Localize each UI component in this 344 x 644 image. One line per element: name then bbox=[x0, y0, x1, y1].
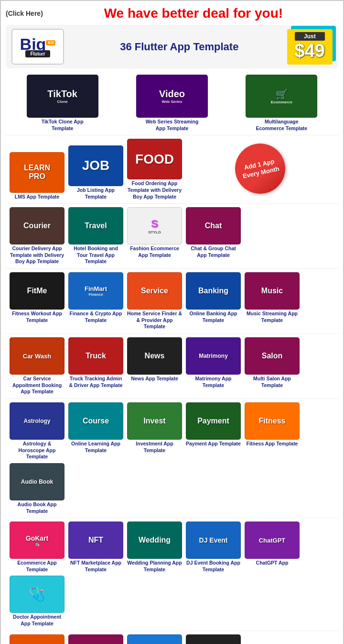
template-fitness[interactable]: FitMe Fitness Workout App Template bbox=[10, 272, 64, 330]
logo-big: Big bbox=[20, 36, 46, 52]
courier-label: Courier Delivery App Template with Deliv… bbox=[10, 245, 64, 265]
template-music[interactable]: Music Music Streaming App Template bbox=[245, 272, 300, 330]
add-badge-cell: Add 1 App Every Month bbox=[184, 144, 336, 201]
news-label: News App Template bbox=[131, 376, 178, 382]
salon-thumb: Salon bbox=[245, 337, 300, 375]
template-gokart[interactable]: GoKart 🛍️ Ecommerce App Template bbox=[10, 522, 64, 573]
fashion-label: Fashion Ecommerce App Template bbox=[127, 245, 182, 258]
music-thumb: Music bbox=[245, 272, 300, 310]
template-video[interactable]: Video Web Series Web Series Streaming Ap… bbox=[136, 75, 208, 132]
audiobook-thumb: Audio Book bbox=[10, 463, 64, 500]
hotel-label: Hotel Booking and Tour Travel App Templa… bbox=[68, 245, 123, 265]
template-astrology[interactable]: Astrology Astrology & Horoscope App Temp… bbox=[10, 402, 64, 460]
astrology-thumb: Astrology bbox=[10, 402, 64, 440]
template-truck[interactable]: Truck Truck Tracking Admin & Driver App … bbox=[68, 337, 123, 395]
row8: Parking Spot Parking Spot App Template M… bbox=[6, 633, 338, 644]
template-job[interactable]: JOB Job Listing App Template bbox=[68, 145, 123, 200]
price-amount: $49 bbox=[295, 42, 325, 60]
row3: Courier Courier Delivery App Template wi… bbox=[6, 206, 338, 266]
videostream-thumb: Video Streaming bbox=[186, 634, 241, 644]
djevent-thumb: DJ Event bbox=[186, 522, 241, 559]
bigkit-logo: Big Kit Flutter bbox=[11, 29, 64, 65]
template-tiktok[interactable]: TikTok Clone TikTok Clone App Template bbox=[27, 75, 98, 132]
doctor-label: Doctor Appointment App Template bbox=[10, 614, 64, 627]
job-thumb: JOB bbox=[68, 145, 123, 186]
tiktok-label: TikTok Clone App Template bbox=[35, 119, 90, 132]
truck-label: Truck Tracking Admin & Driver App Templa… bbox=[68, 376, 123, 389]
template-djevent[interactable]: DJ Event DJ Event Booking App Template bbox=[186, 522, 241, 573]
food-thumb: FOOD bbox=[127, 139, 182, 179]
lms-label: LMS App Template bbox=[15, 194, 59, 200]
template-hotel[interactable]: Travel Hotel Booking and Tour Travel App… bbox=[68, 207, 123, 265]
finance-thumb: FinMart Finance bbox=[68, 272, 123, 310]
template-lms[interactable]: LEARN PRO LMS App Template bbox=[10, 152, 64, 200]
template-smarthome[interactable]: Smart Home Smart Home App Template bbox=[127, 634, 182, 644]
header-row: (Click Here) We have better deal for you… bbox=[6, 6, 338, 21]
matrimony-thumb: Matrimony bbox=[186, 337, 241, 375]
salon-label: Multi Salon App Template bbox=[245, 376, 300, 389]
djevent-label: DJ Event Booking App Template bbox=[186, 560, 241, 573]
chatgpt-label: ChatGPT App bbox=[256, 560, 289, 566]
astrology-label: Astrology & Horoscope App Template bbox=[10, 441, 64, 460]
headline: We have better deal for you! bbox=[49, 6, 338, 21]
template-chatgpt[interactable]: ChatGPT ChatGPT App bbox=[245, 522, 300, 573]
invest-label: Investment App Template bbox=[127, 441, 182, 454]
banking-label: Online Banking App Template bbox=[186, 311, 241, 323]
template-finance[interactable]: FinMart Finance Finance & Crypto App Tem… bbox=[68, 272, 123, 330]
template-invest[interactable]: Invest Investment App Template bbox=[127, 402, 182, 460]
banking-thumb: Banking bbox=[186, 272, 241, 310]
fitapp-label: Fitness App Template bbox=[247, 441, 298, 447]
smarthome-thumb: Smart Home bbox=[127, 634, 182, 644]
bundle-row: Big Kit Flutter 36 Flutter App Template … bbox=[6, 25, 338, 68]
template-carwash[interactable]: Car Wash Car Service Appoitment Booking … bbox=[10, 337, 64, 395]
template-videostream[interactable]: Video Streaming Video Streaming App Temp… bbox=[186, 634, 241, 644]
row4: FitMe Fitness Workout App Template FinMa… bbox=[6, 271, 338, 332]
bundle-title: 36 Flutter App Template bbox=[120, 41, 238, 53]
matrimony-label: Matrimony App Template bbox=[186, 376, 241, 389]
template-fashion[interactable]: S STYLO Fashion Ecommerce App Template bbox=[127, 207, 182, 265]
tiktok-thumb: TikTok Clone bbox=[27, 75, 98, 118]
nft-thumb: NFT bbox=[68, 522, 123, 559]
parking-thumb: Parking Spot bbox=[10, 634, 64, 644]
template-banking[interactable]: Banking Online Banking App Template bbox=[186, 272, 241, 330]
template-fitapp[interactable]: Fitness Fitness App Template bbox=[245, 402, 300, 460]
row5: Car Wash Car Service Appoitment Booking … bbox=[6, 336, 338, 397]
template-matrimony[interactable]: Matrimony Matrimony App Template bbox=[186, 337, 241, 395]
template-food[interactable]: FOOD Food Ordering App Template with Del… bbox=[127, 139, 182, 200]
chat-label: Chat & Group Chat App Template bbox=[186, 245, 241, 258]
music-label: Music Streaming App Template bbox=[245, 311, 300, 323]
click-here-label[interactable]: (Click Here) bbox=[6, 10, 43, 17]
template-doctor[interactable]: 🩺 Doctor Appointment App Template bbox=[10, 576, 64, 627]
video-thumb: Video Web Series bbox=[136, 75, 208, 118]
wedding-thumb: Wedding bbox=[127, 522, 182, 559]
template-homeservice[interactable]: Service Home Service Finder & & Provider… bbox=[127, 272, 182, 330]
row2-container: LEARN PRO LMS App Template JOB Job Listi… bbox=[6, 137, 338, 201]
template-courier[interactable]: Courier Courier Delivery App Template wi… bbox=[10, 207, 64, 265]
chatgpt-thumb: ChatGPT bbox=[245, 522, 300, 559]
template-audiobook[interactable]: Audio Book Audio Book App Template bbox=[10, 463, 64, 514]
add-app-badge: Add 1 App Every Month bbox=[230, 139, 290, 199]
template-parking[interactable]: Parking Spot Parking Spot App Template bbox=[10, 634, 64, 644]
template-payment[interactable]: Payment Payment App Template bbox=[186, 402, 241, 460]
template-news[interactable]: News News App Template bbox=[127, 337, 182, 395]
truck-thumb: Truck bbox=[68, 337, 123, 375]
template-chat[interactable]: Chat Chat & Group Chat App Template bbox=[186, 207, 241, 265]
template-learning[interactable]: Course Online Learning App Template bbox=[68, 402, 123, 460]
learning-label: Online Learning App Template bbox=[68, 441, 123, 454]
nft-label: NFT Marketplace App Template bbox=[68, 560, 123, 573]
template-ecom[interactable]: 🛒 Ecommerce Multilanguage Ecommerce Temp… bbox=[246, 75, 317, 132]
wedding-label: Wedding Planning App Template bbox=[127, 560, 182, 573]
template-salon[interactable]: Salon Multi Salon App Template bbox=[245, 337, 300, 395]
hotel-thumb: Travel bbox=[68, 207, 123, 244]
template-nft[interactable]: NFT NFT Marketplace App Template bbox=[68, 522, 123, 573]
ecom-label: Multilanguage Ecommerce Template bbox=[254, 119, 309, 132]
fitness-label: Fitness Workout App Template bbox=[10, 311, 64, 323]
row7: GoKart 🛍️ Ecommerce App Template NFT NFT… bbox=[6, 520, 338, 629]
row6: Astrology Astrology & Horoscope App Temp… bbox=[6, 401, 338, 516]
template-medicine[interactable]: Medicine Medicine Ordering App Template bbox=[68, 634, 123, 644]
finance-label: Finance & Crypto App Template bbox=[68, 311, 123, 323]
ecom-thumb: 🛒 Ecommerce bbox=[246, 75, 317, 118]
template-wedding[interactable]: Wedding Wedding Planning App Template bbox=[127, 522, 182, 573]
audiobook-label: Audio Book App Template bbox=[10, 501, 64, 514]
carwash-thumb: Car Wash bbox=[10, 337, 64, 375]
